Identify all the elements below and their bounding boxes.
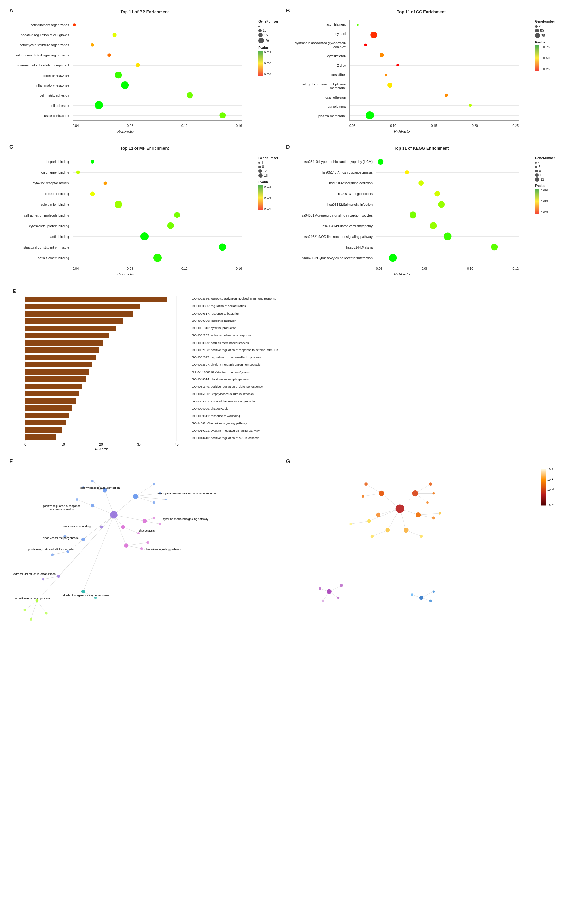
node-cytokine-med (143, 519, 147, 523)
g-iso-2c (411, 593, 413, 596)
bar-17 (25, 412, 69, 418)
bar-label-15: GO:0043062: extracellular structure orga… (192, 399, 553, 404)
panel-b-dotplot: actin filament cytosol dystrophin-associ… (286, 17, 557, 136)
svg-line-11 (114, 515, 145, 521)
panel-a-pval-max: 0.012 (264, 51, 271, 54)
panel-d-ylabel-1: hsa05143:African trypanosomiasis (286, 171, 375, 175)
bar-19 (25, 427, 62, 433)
panel-b-color-legend: Pvalue 0.0075 0.0050 0.0025 (535, 40, 555, 70)
panel-a-xtick-3: 0.16 (236, 124, 242, 128)
g-node-3 (416, 512, 421, 518)
node-phago (121, 525, 125, 529)
bar-label-19: GO:0019221: cytokine-mediated signaling … (192, 428, 553, 434)
panel-a-plot-area (72, 20, 242, 121)
g-scale-mid1: 10⁻⁴ (547, 478, 553, 481)
panel-a-ylabel-9: muscle contraction (9, 114, 71, 118)
bar-label-8: GO:0032103: positive regulation of respo… (192, 347, 553, 353)
panel-a-legend-5-label: 5 (262, 25, 263, 28)
panel-c-ylabel-9: actin filament binding (9, 256, 71, 260)
panel-d-legend-dot-6 (535, 166, 537, 168)
panel-c-ylabel-7: actin binding (9, 235, 71, 239)
panel-d-pval-mid: 0.015 (541, 200, 548, 203)
svg-line-7 (105, 490, 114, 515)
panel-b-ylabel-0: actin filament (286, 22, 348, 27)
dot-7 (187, 92, 193, 98)
sat-14 (51, 554, 54, 556)
panel-d-legend-4-label: 4 (538, 161, 540, 165)
dot-5 (115, 72, 122, 79)
panel-b-ylabels: actin filament cytosol dystrophin-associ… (286, 20, 348, 121)
panel-b-plot-area (349, 20, 519, 121)
bar-label-5: GO:0001816: cytokine production (192, 325, 553, 331)
panel-b-ylabel-5: stress fiber (286, 73, 348, 77)
panel-b-ylabel-1: cytosol (286, 32, 348, 36)
node-center (110, 511, 117, 518)
bar-label-10: GO:0072507: divalent inorganic cation ho… (192, 362, 553, 368)
panel-b-xtick-0: 0.05 (349, 124, 355, 128)
g-scale-max: 10⁻² (547, 468, 553, 471)
panel-c-color-legend: Pvalue 0.016 0.008 0.004 (258, 180, 278, 210)
panel-c-legend-16-label: 16 (264, 174, 268, 177)
panel-b-ylabel-9: plasma membrane (286, 114, 348, 118)
panel-d-plot-area (376, 156, 519, 264)
bar-5 (25, 326, 116, 331)
panel-a-legend-15-label: 15 (264, 33, 268, 37)
dot-d-8 (491, 244, 498, 250)
bar-label-11: R-HSA-1280218: Adaptive Immune System (192, 369, 553, 375)
bar-label-12: GO:0048514: blood vessel morphogenesis (192, 376, 553, 382)
panel-b-legend-50-label: 50 (540, 29, 543, 33)
panel-b-xtick-4: 0.25 (513, 124, 519, 128)
panel-d-ylabel-5: hsa04261:Adrenergic signaling in cardiom… (286, 213, 375, 218)
dot-3 (108, 53, 111, 57)
g-node-2 (379, 490, 384, 496)
node-leukocyte (133, 494, 138, 499)
panel-c-ylabels: heparin binding ion channel binding cyto… (9, 156, 71, 264)
g-iso-1b (337, 597, 340, 599)
panel-e-bar-labels: GO:0002366: leukocyte activation involve… (189, 296, 553, 441)
sat-15 (42, 578, 45, 580)
bar-18 (25, 420, 66, 426)
panel-d-color-legend: Pvalue 0.020 0.015 0.005 (535, 184, 555, 214)
panel-a-legend-10: 10 (258, 28, 278, 32)
dot-0 (90, 160, 94, 164)
dot-6 (167, 222, 174, 229)
main-container: A Top 11 of BP Enrichment actin filament… (0, 0, 566, 650)
panel-a-pval-title: Pvalue (258, 46, 278, 50)
panel-c-legend-dot-12 (258, 169, 262, 173)
panel-b-ylabel-6: integral component of plasma membrane (286, 82, 348, 90)
bar-7 (25, 340, 102, 346)
panel-d-genenumber-title: GeneNumber (535, 156, 555, 160)
bar-xtick-10: 10 (61, 443, 65, 446)
dot-d-3 (434, 191, 440, 196)
panel-b-title: Top 11 of CC Enrichment (286, 9, 557, 14)
dot-2 (104, 181, 107, 184)
bar-label-9: GO:0002697: regulation of immune effecto… (192, 354, 553, 360)
svg-line-29 (126, 542, 148, 546)
panel-a-xtick-0: 0.04 (72, 124, 78, 128)
dot-d-2 (418, 180, 424, 186)
panel-b-pval-title: Pvalue (535, 40, 555, 44)
dot-2 (364, 44, 367, 46)
panel-a-colorbar-labels: 0.012 0.008 0.004 (264, 51, 271, 76)
g-sat-6 (432, 516, 435, 520)
panel-d-pval-max: 0.020 (541, 189, 548, 192)
dot-1 (76, 171, 80, 174)
bar-xtick-40: 40 (175, 443, 179, 446)
panel-c-legend-8: 8 (258, 165, 278, 169)
panel-c-dotplot: heparin binding ion channel binding cyto… (9, 153, 280, 279)
panel-a-xlabel: RichFactor (9, 129, 242, 133)
panel-c-legend-16: 16 (258, 173, 278, 178)
bar-9 (25, 354, 96, 360)
panel-e-svg: 0 10 20 30 40 -log10(P) (13, 296, 189, 450)
panel-c-ylabel-2: cytokine receptor activity (9, 181, 71, 185)
panel-c-xlabel: RichFactor (9, 272, 242, 276)
panel-a-colorbar-container: 0.012 0.008 0.004 (258, 51, 278, 76)
g-colorscale-bar (541, 469, 546, 506)
dot-d-6 (430, 222, 437, 229)
panel-d-ylabel-8: hsa05144:Malaria (286, 246, 375, 250)
panel-c-ylabel-3: receptor binding (9, 192, 71, 196)
bar-xlabel: -log10(P) (94, 448, 108, 450)
panel-b-legend-dot-25 (535, 25, 537, 28)
panel-d-legend-12-label: 12 (540, 178, 544, 181)
sat-1 (153, 483, 155, 485)
